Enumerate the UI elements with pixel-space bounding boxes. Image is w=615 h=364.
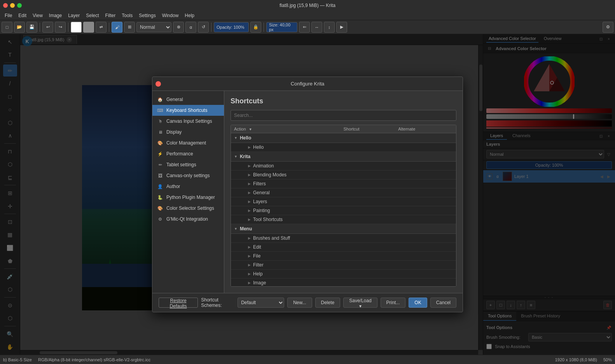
new-document-button[interactable]: □ <box>2 22 12 33</box>
general-icon: 🏠 <box>157 96 163 103</box>
menu-tools[interactable]: Tools <box>119 12 136 19</box>
blend-mode-select[interactable]: Normal <box>136 22 171 32</box>
dialog-body: 🏠 General ⌨ Keyboard Shortcuts 🖱 Canvas … <box>152 91 463 293</box>
minimize-button[interactable] <box>10 3 15 8</box>
open-document-button[interactable]: 📂 <box>14 22 25 33</box>
subitem-brushes[interactable]: ▶ Brushes and Stuff <box>231 234 456 243</box>
restore-defaults-button[interactable]: Restore Defaults <box>159 298 198 308</box>
swap-colors-button[interactable]: ⇄ <box>96 22 107 33</box>
save-document-button[interactable]: 💾 <box>26 22 37 33</box>
keyboard-icon: ⌨ <box>157 107 163 113</box>
dialog-nav-python[interactable]: 🐍 Python Plugin Manager <box>152 192 224 203</box>
dialog-nav-gmic[interactable]: ⚙ G'Mic-Qt Integration <box>152 214 224 225</box>
brush-tool-button[interactable]: 🖌 <box>112 22 122 33</box>
group-krita[interactable]: ▼ Krita ▶ Animation ▶ Blending Modes <box>231 152 456 224</box>
tablet-label: Tablet settings <box>166 162 196 167</box>
group-hello-header[interactable]: ▼ Hello <box>231 133 456 143</box>
size-value: Size: 40,00 px <box>269 23 295 32</box>
dialog-nav-canvas-input[interactable]: 🖱 Canvas Input Settings <box>152 116 224 127</box>
menu-image[interactable]: Image <box>46 12 65 19</box>
delete-scheme-button[interactable]: Delete <box>315 298 341 308</box>
undo-button[interactable]: ↩ <box>42 22 53 33</box>
file-label: File <box>253 253 260 259</box>
group-menu[interactable]: ▼ Menu ▶ Brushes and Stuff ▶ Edit <box>231 224 456 286</box>
dialog-nav-tablet[interactable]: ✏ Tablet settings <box>152 159 224 170</box>
dialog-nav-keyboard[interactable]: ⌨ Keyboard Shortcuts <box>152 105 224 116</box>
subitem-painting[interactable]: ▶ Painting <box>231 206 456 215</box>
col-header-alternate[interactable]: Alternate <box>398 127 453 131</box>
subitem-image[interactable]: ▶ Image <box>231 279 456 286</box>
subitem-filter[interactable]: ▶ Filter <box>231 261 456 270</box>
background-color[interactable] <box>83 22 94 33</box>
opacity-field[interactable]: Opacity: 100% <box>214 22 249 32</box>
subitem-file[interactable]: ▶ File <box>231 252 456 261</box>
painting-arrow: ▶ <box>248 209 251 212</box>
menu-settings[interactable]: Settings <box>136 12 159 19</box>
more-options-button[interactable]: ▶ <box>336 22 347 33</box>
blending-arrow: ▶ <box>248 173 251 177</box>
eraser-button[interactable]: ⊗ <box>173 22 184 33</box>
size-field[interactable]: Size: 40,00 px <box>266 22 297 32</box>
shortcut-search[interactable] <box>231 110 456 121</box>
ok-button[interactable]: OK <box>409 298 427 308</box>
group-menu-header[interactable]: ▼ Menu <box>231 224 456 234</box>
dialog-nav-color-selector[interactable]: 🎨 Color Selector Settings <box>152 203 224 214</box>
col-header-shortcut[interactable]: Shortcut <box>344 127 398 131</box>
dialog-title-bar: Configure Krita <box>152 77 463 91</box>
settings-button[interactable]: ⚙ <box>603 22 613 33</box>
subitem-layers[interactable]: ▶ Layers <box>231 197 456 206</box>
maximize-button[interactable] <box>17 3 22 8</box>
menu-select[interactable]: Select <box>83 12 102 19</box>
menu-layer[interactable]: Layer <box>65 12 83 19</box>
redo-button[interactable]: ↪ <box>55 22 66 33</box>
save-load-button[interactable]: Save/Load ▾ <box>343 298 377 308</box>
menu-file[interactable]: File <box>2 12 15 19</box>
scheme-select[interactable]: Default <box>238 298 284 308</box>
menu-help[interactable]: Help <box>182 12 197 19</box>
close-button[interactable] <box>3 3 8 8</box>
col-header-action[interactable]: Action ▼ <box>234 127 344 131</box>
subitem-filters[interactable]: ▶ Filters <box>231 179 456 188</box>
opacity-lock-button[interactable]: 🔒 <box>250 22 261 33</box>
general-label-item: General <box>253 190 270 195</box>
dialog-nav-performance[interactable]: ⚡ Performance <box>152 148 224 159</box>
menu-window[interactable]: Window <box>159 12 182 19</box>
flip-h-button[interactable]: ↔ <box>311 22 322 33</box>
python-label: Python Plugin Manager <box>166 195 215 200</box>
new-scheme-button[interactable]: New... <box>287 298 312 308</box>
dialog-nav-color-mgmt[interactable]: 🎨 Color Management <box>152 138 224 148</box>
preserve-alpha-button[interactable]: α <box>185 22 196 33</box>
subitem-general[interactable]: ▶ General <box>231 188 456 197</box>
performance-icon: ⚡ <box>157 151 163 157</box>
image-arrow: ▶ <box>248 281 251 285</box>
scheme-label: Shortcut Schemes: <box>201 297 234 308</box>
canvas-input-icon: 🖱 <box>157 118 163 124</box>
dialog-nav-display[interactable]: 🖥 Display <box>152 127 224 138</box>
tool-shortcuts-label: Tool Shortcuts <box>253 217 283 222</box>
subitem-hello[interactable]: ▶ Hello <box>231 143 456 152</box>
dialog-close-button[interactable] <box>155 81 161 87</box>
size-btn-1[interactable]: ⇐ <box>299 22 310 33</box>
subitem-help[interactable]: ▶ Help <box>231 270 456 279</box>
menu-edit[interactable]: Edit <box>15 12 30 19</box>
group-hello[interactable]: ▼ Hello ▶ Hello <box>231 133 456 152</box>
dialog-nav-canvas-only[interactable]: 🖼 Canvas-only settings <box>152 170 224 181</box>
dialog-nav-author[interactable]: 👤 Author <box>152 181 224 192</box>
blending-label: Blending Modes <box>253 172 287 178</box>
refresh-button[interactable]: ↺ <box>198 22 209 33</box>
group-krita-header[interactable]: ▼ Krita <box>231 152 456 162</box>
subitem-blending[interactable]: ▶ Blending Modes <box>231 171 456 179</box>
subitem-tool-shortcuts[interactable]: ▶ Tool Shortcuts <box>231 215 456 224</box>
toolbar-separator-4 <box>211 23 211 32</box>
cancel-button[interactable]: Cancel <box>430 298 456 308</box>
flip-v-button[interactable]: ↕ <box>324 22 335 33</box>
grid-button[interactable]: ⊞ <box>124 22 135 33</box>
dialog-nav-general[interactable]: 🏠 General <box>152 94 224 105</box>
gmic-icon: ⚙ <box>157 216 163 222</box>
subitem-edit[interactable]: ▶ Edit <box>231 243 456 252</box>
foreground-color[interactable] <box>71 22 82 33</box>
print-button[interactable]: Print... <box>381 298 406 308</box>
menu-view[interactable]: View <box>30 12 46 19</box>
subitem-animation[interactable]: ▶ Animation <box>231 162 456 171</box>
menu-filter[interactable]: Filter <box>102 12 119 19</box>
